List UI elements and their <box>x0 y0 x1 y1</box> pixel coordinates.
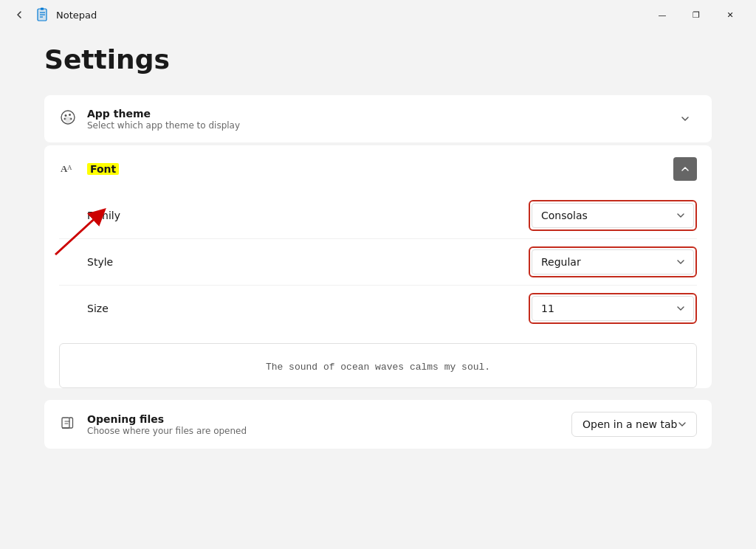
font-chevron[interactable] <box>673 157 697 181</box>
chevron-down-icon <box>677 212 684 219</box>
app-theme-icon <box>59 109 77 129</box>
font-header-left: A A Font <box>59 159 119 179</box>
font-style-dropdown[interactable]: Regular <box>532 249 694 274</box>
title-bar: Notepad — ❐ ✕ <box>0 0 756 30</box>
open-in-tab-dropdown[interactable]: Open in a new tab <box>571 412 697 437</box>
app-title: Notepad <box>56 10 97 21</box>
app-theme-title: App theme <box>87 108 240 120</box>
app-theme-header[interactable]: App theme Select which app theme to disp… <box>44 95 712 142</box>
font-label: Font <box>87 163 119 175</box>
chevron-down-icon <box>678 421 686 428</box>
font-style-label: Style <box>59 256 113 268</box>
font-family-dropdown[interactable]: Consolas <box>532 203 694 228</box>
opening-files-subtitle: Choose where your files are opened <box>87 426 247 436</box>
svg-rect-5 <box>41 8 44 10</box>
app-icon <box>35 7 50 22</box>
svg-point-8 <box>69 114 71 116</box>
maximize-button[interactable]: ❐ <box>679 3 713 27</box>
minimize-button[interactable]: — <box>645 3 679 27</box>
font-family-label: Family <box>59 210 120 221</box>
font-preview-text: The sound of ocean waves calms my soul. <box>266 362 490 373</box>
font-size-value: 11 <box>541 303 554 314</box>
font-header[interactable]: A A Font <box>44 145 712 193</box>
title-bar-left: Notepad <box>9 4 97 25</box>
opening-files-icon <box>59 415 77 435</box>
close-button[interactable]: ✕ <box>713 3 747 27</box>
opening-files-header: Opening files Choose where your files ar… <box>44 400 712 449</box>
open-tab-value: Open in a new tab <box>583 418 677 430</box>
page-title: Settings <box>44 44 712 75</box>
svg-text:A: A <box>67 164 72 171</box>
font-icon: A A <box>59 159 77 179</box>
chevron-down-icon <box>677 305 684 312</box>
back-button[interactable] <box>9 4 30 25</box>
opening-files-title: Opening files <box>87 413 247 425</box>
opening-files-text: Opening files Choose where your files ar… <box>87 413 247 436</box>
chevron-down-icon <box>677 258 684 266</box>
font-family-value: Consolas <box>541 210 588 221</box>
font-style-row: Style Regular <box>59 239 697 286</box>
main-content: Settings App theme Sele <box>0 30 756 549</box>
font-preview: The sound of ocean waves calms my soul. <box>59 343 697 388</box>
app-theme-header-left: App theme Select which app theme to disp… <box>59 108 240 131</box>
font-family-row: Family Consolas <box>59 193 697 239</box>
svg-point-7 <box>65 114 67 117</box>
font-style-value: Regular <box>541 256 581 268</box>
font-size-dropdown-wrapper: 11 <box>529 293 697 324</box>
font-card: A A Font Family Consolas <box>44 145 712 388</box>
app-theme-subtitle: Select which app theme to display <box>87 120 240 131</box>
opening-files-card: Opening files Choose where your files ar… <box>44 400 712 449</box>
opening-files-left: Opening files Choose where your files ar… <box>59 413 247 436</box>
font-size-label: Size <box>59 303 109 314</box>
font-family-dropdown-wrapper: Consolas <box>529 200 697 231</box>
font-style-dropdown-wrapper: Regular <box>529 246 697 277</box>
window-controls: — ❐ ✕ <box>645 3 747 27</box>
app-theme-chevron[interactable] <box>673 107 697 131</box>
font-size-row: Size 11 <box>59 286 697 331</box>
app-theme-text: App theme Select which app theme to disp… <box>87 108 240 131</box>
svg-rect-13 <box>62 418 69 428</box>
app-theme-card: App theme Select which app theme to disp… <box>44 95 712 142</box>
font-size-dropdown[interactable]: 11 <box>532 296 694 321</box>
font-rows: Family Consolas Style Regular <box>44 193 712 337</box>
